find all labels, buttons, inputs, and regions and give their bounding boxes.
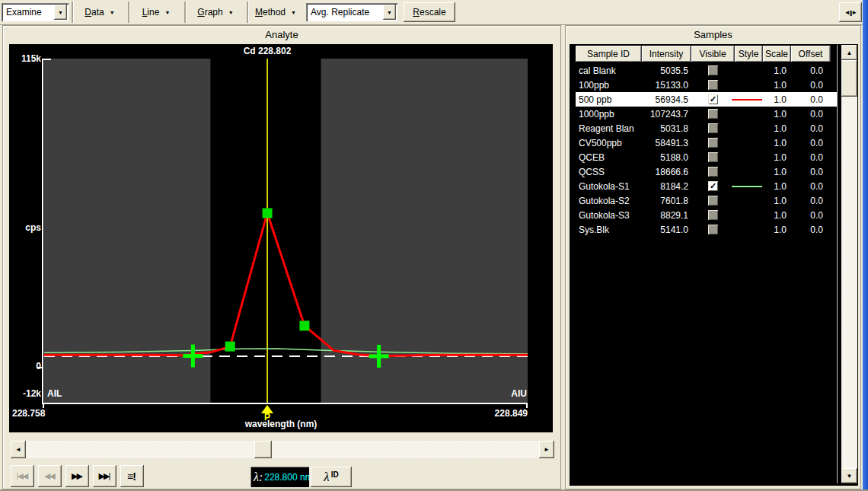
style-cell: [735, 186, 763, 187]
visible-checkbox[interactable]: [708, 138, 718, 148]
avg-replicate-dropdown[interactable]: Avg. Replicate ▼: [306, 3, 397, 21]
v-scrollbar-thumb[interactable]: [841, 60, 857, 97]
nav-previous-button[interactable]: ◀◀: [38, 465, 62, 487]
offset-cell: 0.0: [791, 138, 831, 148]
aiu-label: AIU: [496, 388, 527, 399]
visible-checkbox[interactable]: ✓: [708, 181, 718, 191]
analyte-panel-title: Analyte: [3, 29, 560, 40]
y-zero-label: 0: [11, 361, 41, 371]
visible-checkbox[interactable]: [708, 109, 718, 119]
scale-cell: 1.0: [763, 109, 791, 120]
nav-first-button[interactable]: |◀◀: [11, 465, 34, 487]
offset-cell: 0.0: [791, 65, 831, 76]
scroll-up-button[interactable]: ▲: [841, 45, 857, 60]
sample-id-cell: QCSS: [576, 167, 642, 177]
style-cell: [735, 99, 763, 100]
previous-record-icon: ◀◀: [44, 471, 54, 481]
rescale-label: Rescale: [413, 7, 445, 18]
method-menu-button[interactable]: Method ▼: [250, 2, 302, 23]
chart-canvas[interactable]: [44, 59, 528, 403]
column-header-sample-id: Sample ID: [576, 46, 642, 62]
visible-checkbox[interactable]: [708, 123, 718, 133]
chevron-down-icon: ▼: [164, 10, 170, 15]
table-row[interactable]: QCSS18666.61.00.0: [576, 164, 837, 179]
toolbar-separator: [72, 2, 74, 23]
scale-cell: 1.0: [763, 210, 791, 221]
visible-checkbox[interactable]: [708, 210, 718, 220]
visible-checkbox[interactable]: [708, 196, 718, 206]
analyte-panel: Analyte Cd 228.802 115k cps 0 -12k AIL A…: [2, 25, 561, 489]
table-row[interactable]: Reagent Blan5031.81.00.0: [576, 121, 837, 136]
visible-checkbox[interactable]: ✓: [708, 94, 718, 104]
peak-point-marker[interactable]: [263, 208, 273, 218]
offset-cell: 0.0: [791, 94, 831, 105]
y-min-label: -12k: [11, 388, 41, 399]
scale-cell: 1.0: [763, 94, 791, 105]
samples-v-scrollbar[interactable]: ▲ ▼: [841, 45, 857, 483]
line-menu-button[interactable]: Line ▼: [131, 2, 181, 23]
x-max-label: 228.849: [466, 408, 528, 419]
offset-cell: 0.0: [791, 167, 831, 177]
visible-checkbox[interactable]: [708, 152, 718, 162]
offset-cell: 0.0: [791, 123, 831, 134]
table-row[interactable]: Gutokola-S18184.2✓1.00.0: [576, 179, 837, 193]
scale-cell: 1.0: [763, 152, 791, 163]
table-row[interactable]: Gutokola-S38829.11.00.0: [576, 208, 837, 222]
scroll-right-button[interactable]: ►: [539, 441, 554, 458]
visible-cell: [691, 138, 735, 148]
table-row[interactable]: 1000ppb107243.71.00.0: [576, 107, 837, 121]
table-row[interactable]: QCEB5188.01.00.0: [576, 150, 837, 164]
lambda-id-button[interactable]: λ ID: [311, 467, 352, 487]
visible-checkbox[interactable]: [708, 225, 718, 234]
visible-cell: [691, 123, 735, 133]
rescale-button[interactable]: Rescale: [404, 2, 455, 22]
visible-cell: ✓: [691, 94, 735, 104]
background-region: [321, 59, 528, 403]
intensity-cell: 18666.6: [642, 167, 691, 177]
examine-dropdown[interactable]: Examine ▼: [2, 3, 69, 21]
app-window: Examine ▼ Data ▼ Line ▼ Graph ▼ Method ▼…: [0, 0, 868, 491]
column-header-intensity: Intensity: [642, 46, 691, 62]
data-menu-button[interactable]: Data ▼: [75, 2, 125, 23]
table-row[interactable]: Gutokola-S27601.81.00.0: [576, 193, 837, 208]
visible-checkbox[interactable]: [708, 80, 718, 90]
sample-id-cell: Gutokola-S3: [576, 210, 642, 221]
peak-point-marker[interactable]: [299, 320, 309, 330]
visible-checkbox[interactable]: [708, 65, 718, 75]
intensity-cell: 8184.2: [642, 181, 691, 192]
table-row[interactable]: 500 ppb56934.5✓1.00.0: [576, 92, 837, 107]
chevron-down-icon: ▼: [228, 10, 234, 15]
x-axis-right-tick: [526, 403, 528, 408]
sample-id-cell: 1000ppb: [576, 109, 642, 120]
scale-cell: 1.0: [763, 196, 791, 206]
visible-cell: [691, 65, 735, 75]
nav-last-button[interactable]: ▶▶|: [93, 465, 116, 487]
visible-cell: [691, 109, 735, 119]
pane-splitter-button[interactable]: ◄||►: [839, 2, 862, 22]
table-row[interactable]: CV500ppb58491.31.00.0: [576, 136, 837, 150]
peak-point-marker[interactable]: [225, 342, 235, 352]
style-line-sample: [732, 99, 762, 100]
visible-checkbox[interactable]: [708, 167, 718, 177]
table-row[interactable]: Sys.Blk5141.01.00.0: [576, 222, 837, 237]
scroll-left-button[interactable]: ◄: [11, 441, 26, 458]
sample-id-cell: Gutokola-S2: [576, 196, 642, 206]
samples-table-header: Sample ID Intensity Visible Style Scale …: [576, 46, 831, 62]
graph-menu-button[interactable]: Graph ▼: [189, 2, 242, 23]
nav-next-button[interactable]: ▶▶: [65, 465, 89, 487]
spectrum-plot[interactable]: Cd 228.802 115k cps 0 -12k AIL AIU 228.7…: [9, 44, 553, 432]
plot-h-scrollbar[interactable]: ◄ ►: [11, 441, 554, 458]
visible-cell: [691, 152, 735, 162]
h-scrollbar-thumb[interactable]: [254, 441, 272, 458]
examine-dropdown-button[interactable]: ▼: [54, 5, 67, 20]
column-header-offset: Offset: [791, 46, 831, 62]
intensity-cell: 7601.8: [642, 196, 691, 206]
avg-replicate-dropdown-button[interactable]: ▼: [383, 5, 396, 20]
column-header-style: Style: [735, 46, 763, 62]
nav-list-button[interactable]: ≡!: [120, 465, 144, 487]
visible-cell: ✓: [691, 181, 735, 191]
scale-cell: 1.0: [763, 138, 791, 148]
scroll-down-button[interactable]: ▼: [841, 468, 857, 483]
table-row[interactable]: cal Blank5035.51.00.0: [576, 63, 837, 78]
table-row[interactable]: 100ppb15133.01.00.0: [576, 78, 837, 92]
